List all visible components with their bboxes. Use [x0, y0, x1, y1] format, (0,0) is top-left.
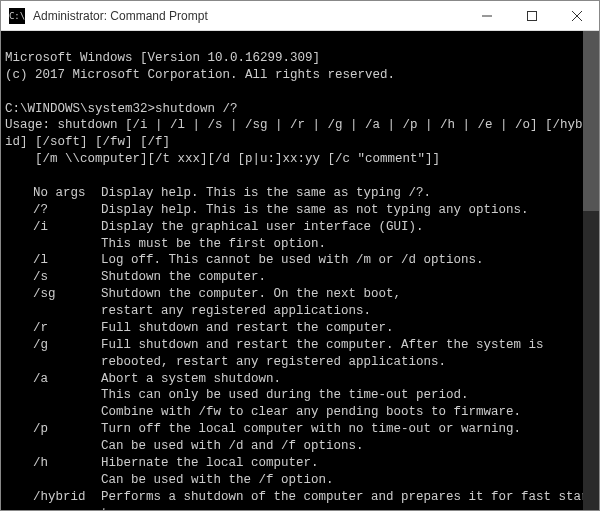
- arg-desc-cont: This must be the first option.: [5, 236, 595, 253]
- arg-name: /r: [5, 320, 101, 337]
- arg-desc: Abort a system shutdown.: [101, 371, 595, 388]
- window-title: Administrator: Command Prompt: [33, 9, 464, 23]
- terminal-output[interactable]: Microsoft Windows [Version 10.0.16299.30…: [1, 31, 599, 510]
- usage-line-1: Usage: shutdown [/i | /l | /s | /sg | /r…: [5, 118, 590, 149]
- arguments-list: No argsDisplay help. This is the same as…: [5, 185, 595, 510]
- arg-desc: Display the graphical user interface (GU…: [101, 219, 595, 236]
- arg-desc-cont: restart any registered applications.: [5, 303, 595, 320]
- maximize-button[interactable]: [509, 1, 554, 31]
- command-prompt-window: C:\ Administrator: Command Prompt Micros…: [0, 0, 600, 511]
- svg-rect-1: [527, 11, 536, 20]
- scrollbar-thumb[interactable]: [583, 31, 599, 211]
- arg-row: /hHibernate the local computer.: [5, 455, 595, 472]
- arg-desc: Performs a shutdown of the computer and …: [101, 489, 595, 510]
- arg-row: /lLog off. This cannot be used with /m o…: [5, 252, 595, 269]
- arg-desc: Hibernate the local computer.: [101, 455, 595, 472]
- arg-desc: Turn off the local computer with no time…: [101, 421, 595, 438]
- copyright-line: (c) 2017 Microsoft Corporation. All righ…: [5, 68, 395, 82]
- arg-row: No argsDisplay help. This is the same as…: [5, 185, 595, 202]
- maximize-icon: [527, 11, 537, 21]
- window-controls: [464, 1, 599, 31]
- arg-desc-cont: Can be used with /d and /f options.: [5, 438, 595, 455]
- arg-desc: Full shutdown and restart the computer.: [101, 320, 595, 337]
- cmd-icon: C:\: [9, 8, 25, 24]
- arg-name: /i: [5, 219, 101, 236]
- arg-name: /a: [5, 371, 101, 388]
- arg-desc: Shutdown the computer. On the next boot,: [101, 286, 595, 303]
- arg-desc: Shutdown the computer.: [101, 269, 595, 286]
- arg-desc-cont: Can be used with the /f option.: [5, 472, 595, 489]
- minimize-icon: [482, 11, 492, 21]
- arg-name: /h: [5, 455, 101, 472]
- arg-desc: Display help. This is the same as not ty…: [101, 202, 595, 219]
- arg-desc-cont: rebooted, restart any registered applica…: [5, 354, 595, 371]
- arg-row: /aAbort a system shutdown.: [5, 371, 595, 388]
- arg-name: /g: [5, 337, 101, 354]
- prompt-path: C:\WINDOWS\system32>: [5, 102, 155, 116]
- arg-row: /iDisplay the graphical user interface (…: [5, 219, 595, 236]
- close-button[interactable]: [554, 1, 599, 31]
- usage-line-2: [/m \\computer][/t xxx][/d [p|u:]xx:yy […: [5, 152, 440, 166]
- close-icon: [572, 11, 582, 21]
- arg-desc: Display help. This is the same as typing…: [101, 185, 595, 202]
- command-text: shutdown /?: [155, 102, 238, 116]
- arg-row: /rFull shutdown and restart the computer…: [5, 320, 595, 337]
- arg-name: /sg: [5, 286, 101, 303]
- arg-name: /hybrid: [5, 489, 101, 510]
- arg-name: /p: [5, 421, 101, 438]
- vertical-scrollbar[interactable]: [583, 31, 599, 510]
- arg-desc-cont: Combine with /fw to clear any pending bo…: [5, 404, 595, 421]
- arg-row: /hybridPerforms a shutdown of the comput…: [5, 489, 595, 510]
- arg-row: /?Display help. This is the same as not …: [5, 202, 595, 219]
- arg-name: /?: [5, 202, 101, 219]
- arg-row: /gFull shutdown and restart the computer…: [5, 337, 595, 354]
- arg-desc-cont: This can only be used during the time-ou…: [5, 387, 595, 404]
- titlebar[interactable]: C:\ Administrator: Command Prompt: [1, 1, 599, 31]
- arg-row: /sgShutdown the computer. On the next bo…: [5, 286, 595, 303]
- arg-desc: Log off. This cannot be used with /m or …: [101, 252, 595, 269]
- arg-name: No args: [5, 185, 101, 202]
- arg-row: /sShutdown the computer.: [5, 269, 595, 286]
- version-line: Microsoft Windows [Version 10.0.16299.30…: [5, 51, 320, 65]
- minimize-button[interactable]: [464, 1, 509, 31]
- arg-name: /s: [5, 269, 101, 286]
- arg-name: /l: [5, 252, 101, 269]
- arg-desc: Full shutdown and restart the computer. …: [101, 337, 595, 354]
- arg-row: /pTurn off the local computer with no ti…: [5, 421, 595, 438]
